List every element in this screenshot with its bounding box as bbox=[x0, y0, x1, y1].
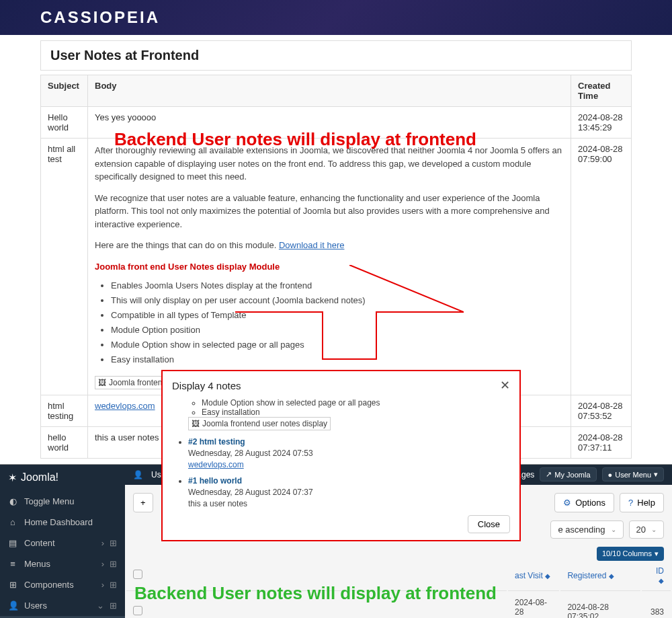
grid-icon: ⊞ bbox=[110, 538, 117, 548]
body-link[interactable]: wedevlops.com bbox=[95, 401, 155, 411]
chevron-down-icon: ⌄ bbox=[611, 526, 616, 533]
note-date: Wednesday, 28 August 2024 07:37 bbox=[188, 488, 505, 497]
list-item: Enables Joomla Users Notes display at th… bbox=[111, 278, 564, 293]
grid-icon: ⊞ bbox=[110, 559, 117, 569]
admin-sidebar: ✶Joomla! ◐Toggle Menu ⌂Home Dashboard ▤C… bbox=[0, 465, 125, 618]
body-heading: Joomla front end User Notes display Modu… bbox=[95, 260, 564, 274]
avatar-icon: ● bbox=[608, 471, 613, 479]
my-joomla-button[interactable]: ↗My Joomla bbox=[540, 467, 596, 481]
select-all-checkbox[interactable] bbox=[133, 570, 142, 579]
grid-icon: ⊞ bbox=[110, 580, 117, 590]
gear-icon: ⚙ bbox=[563, 498, 571, 508]
chevron-down-icon: ▾ bbox=[654, 470, 658, 479]
modal-header: Display 4 notes ✕ bbox=[172, 378, 510, 393]
columns-button[interactable]: 10/10 Columns▾ bbox=[597, 547, 664, 561]
joomla-icon: ✶ bbox=[8, 471, 17, 484]
cell-subject: html all test bbox=[41, 139, 88, 395]
sort-select[interactable]: e ascending⌄ bbox=[550, 520, 623, 539]
per-page-select[interactable]: 20⌄ bbox=[629, 520, 664, 539]
cell-created: 2024-08-28 07:37:11 bbox=[571, 426, 632, 458]
modal-title: Display 4 notes bbox=[172, 380, 241, 391]
list-item: This will only display on per user accou… bbox=[111, 293, 564, 308]
modal-body: Module Option show in selected page or a… bbox=[172, 398, 510, 508]
sort-icon: ◆ bbox=[609, 572, 614, 580]
list-item: Easy installation bbox=[202, 408, 505, 417]
cell-subject: hello world bbox=[41, 426, 88, 458]
user-icon: 👤 bbox=[133, 470, 143, 479]
frontend-header: CASSIOPEIA bbox=[0, 0, 672, 35]
components-icon: ⊞ bbox=[8, 580, 17, 590]
note-title: #2 html testing bbox=[188, 437, 505, 447]
body-para: We recognize that user notes are a valua… bbox=[95, 192, 564, 231]
modal-note-item: #2 html testing Wednesday, 28 August 202… bbox=[188, 437, 505, 469]
list-item: Module Option position bbox=[111, 323, 564, 338]
cell-created: 2024-08-28 13:45:29 bbox=[571, 107, 632, 139]
users-icon: 👤 bbox=[8, 601, 17, 611]
toggle-menu-button[interactable]: ◐Toggle Menu bbox=[0, 491, 125, 512]
toggle-icon: ◐ bbox=[8, 496, 17, 506]
note-title: #1 hello world bbox=[188, 476, 505, 486]
modal-note-item: #1 hello world Wednesday, 28 August 2024… bbox=[188, 476, 505, 508]
site-logo: CASSIOPEIA bbox=[40, 8, 632, 27]
sidebar-item-home[interactable]: ⌂Home Dashboard bbox=[0, 512, 125, 533]
sidebar-item-content[interactable]: ▤Content›⊞ bbox=[0, 533, 125, 553]
help-button[interactable]: ?Help bbox=[620, 493, 664, 512]
col-registered[interactable]: Registered ◆ bbox=[560, 562, 640, 589]
close-button[interactable]: Close bbox=[468, 515, 510, 533]
col-subject: Subject bbox=[41, 75, 88, 107]
broken-image-icon: Joomla frontend user notes display bbox=[188, 417, 331, 430]
page-title: User Notes at Frontend bbox=[50, 48, 622, 63]
col-body: Body bbox=[88, 75, 571, 107]
sort-icon: ◆ bbox=[659, 577, 664, 584]
col-id[interactable]: ID ◆ bbox=[642, 562, 671, 589]
page-title-box: User Notes at Frontend bbox=[40, 40, 632, 71]
sidebar-submenu: Manage+ Groups Access Levels Fields Fiel… bbox=[0, 616, 125, 618]
cell-last-visit: 2024-08-2835:07 bbox=[508, 590, 559, 618]
col-last-visit[interactable]: ast Visit ◆ bbox=[508, 562, 559, 589]
table-row: html all test After thoroughly reviewing… bbox=[41, 139, 632, 395]
sidebar-item-users[interactable]: 👤Users⌄⊞ bbox=[0, 595, 125, 616]
joomla-logo: ✶Joomla! bbox=[0, 465, 125, 491]
external-icon: ↗ bbox=[546, 470, 552, 479]
note-date: Wednesday, 28 August 2024 07:53 bbox=[188, 449, 505, 458]
close-icon[interactable]: ✕ bbox=[500, 378, 510, 393]
chevron-right-icon: › bbox=[101, 538, 104, 548]
body-para: After thoroughly reviewing all available… bbox=[95, 144, 564, 184]
body-para: Here are the things that can do on this … bbox=[95, 239, 564, 252]
modal-footer: Close bbox=[172, 515, 510, 533]
sidebar-item-components[interactable]: ⊞Components›⊞ bbox=[0, 574, 125, 595]
cell-created: 2024-08-28 07:59:00 bbox=[571, 139, 632, 395]
help-icon: ? bbox=[628, 498, 633, 508]
feature-list: Enables Joomla Users Notes display at th… bbox=[111, 278, 564, 368]
options-button[interactable]: ⚙Options bbox=[554, 493, 614, 512]
row-checkbox[interactable] bbox=[133, 606, 142, 615]
new-button[interactable]: + bbox=[133, 493, 153, 512]
content-icon: ▤ bbox=[8, 538, 17, 548]
list-item: Module Option show in selected page or a… bbox=[202, 398, 505, 408]
download-link[interactable]: Download it here bbox=[279, 240, 345, 250]
notes-modal: Display 4 notes ✕ Module Option show in … bbox=[161, 370, 521, 541]
cell-subject: Hello world bbox=[41, 107, 88, 139]
chevron-right-icon: › bbox=[101, 559, 104, 569]
table-row: Hello world Yes yes yooooo 2024-08-28 13… bbox=[41, 107, 632, 139]
cell-body: Yes yes yooooo bbox=[88, 107, 571, 139]
cell-subject: html testing bbox=[41, 395, 88, 426]
grid-icon: ⊞ bbox=[110, 601, 117, 611]
cell-registered: 2024-08-28 07:35:02 bbox=[560, 590, 640, 618]
table-row: 2024-08-2835:07 2024-08-28 07:35:02 383 bbox=[126, 590, 671, 618]
chevron-down-icon: ⌄ bbox=[651, 526, 657, 533]
cell-body: After thoroughly reviewing all available… bbox=[88, 139, 571, 395]
user-menu-button[interactable]: ●User Menu▾ bbox=[602, 467, 664, 481]
note-text: this a user notes bbox=[188, 499, 505, 508]
col-created: Created Time bbox=[571, 75, 632, 107]
list-item: Compatible in all types of Template bbox=[111, 308, 564, 323]
cell-created: 2024-08-28 07:53:52 bbox=[571, 395, 632, 426]
users-table: ast Visit ◆ Registered ◆ ID ◆ 2024-08-28… bbox=[125, 561, 672, 618]
list-item: Easy installation bbox=[111, 352, 564, 367]
menus-icon: ≡ bbox=[8, 559, 17, 569]
note-link[interactable]: wedevlops.com bbox=[188, 460, 244, 469]
sidebar-sub-manage[interactable]: Manage+ bbox=[0, 616, 125, 618]
sidebar-item-menus[interactable]: ≡Menus›⊞ bbox=[0, 553, 125, 574]
list-item: Module Option show in selected page or a… bbox=[111, 338, 564, 352]
home-icon: ⌂ bbox=[8, 517, 17, 527]
